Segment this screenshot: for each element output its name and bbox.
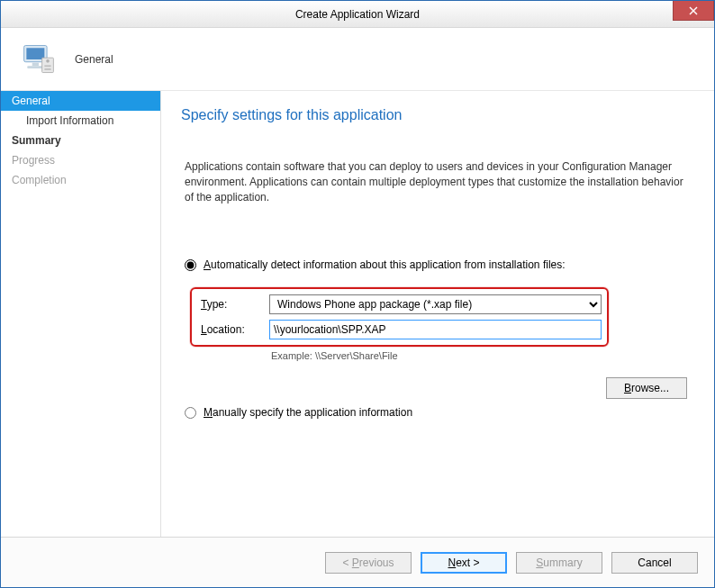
auto-detect-radio[interactable] [185, 259, 196, 271]
next-button[interactable]: Next > [421, 552, 507, 574]
manual-label: Manually specify the application informa… [204, 406, 412, 419]
computer-icon [21, 41, 57, 77]
type-label: Type: [197, 298, 269, 311]
svg-rect-8 [44, 65, 50, 67]
highlighted-form-box: Type: Windows Phone app package (*.xap f… [190, 287, 609, 347]
location-label: Location: [197, 323, 269, 336]
sidebar-item-progress: Progress [1, 150, 160, 170]
svg-rect-4 [32, 62, 39, 66]
auto-detect-radio-row[interactable]: Automatically detect information about t… [181, 258, 689, 271]
body: General Import Information Summary Progr… [1, 91, 714, 537]
window-title: Create Application Wizard [295, 8, 420, 21]
sidebar-item-completion: Completion [1, 170, 160, 190]
cancel-button[interactable]: Cancel [611, 552, 698, 574]
close-icon [689, 6, 698, 15]
close-button[interactable] [673, 1, 714, 21]
sidebar: General Import Information Summary Progr… [1, 91, 161, 537]
type-select[interactable]: Windows Phone app package (*.xap file) [269, 294, 602, 314]
description-text: Applications contain software that you c… [181, 159, 689, 204]
footer: < Previous Next > Summary Cancel [1, 537, 714, 587]
page-title: Specify settings for this application [181, 107, 689, 123]
sidebar-item-import-information[interactable]: Import Information [1, 111, 160, 131]
manual-radio[interactable] [185, 407, 196, 419]
header-title: General [75, 53, 113, 66]
summary-button: Summary [516, 552, 602, 574]
header-band: General [1, 28, 714, 91]
location-row: Location: [197, 320, 602, 339]
svg-point-7 [46, 59, 50, 63]
svg-rect-3 [26, 48, 44, 59]
type-row: Type: Windows Phone app package (*.xap f… [197, 294, 602, 314]
sidebar-item-summary[interactable]: Summary [1, 131, 160, 150]
previous-button: < Previous [325, 552, 412, 574]
location-input[interactable] [269, 320, 602, 339]
browse-button[interactable]: Browse... [606, 377, 687, 399]
sidebar-item-general[interactable]: General [1, 91, 160, 111]
example-text: Example: \\Server\Share\File [271, 350, 689, 361]
manual-radio-row[interactable]: Manually specify the application informa… [181, 406, 689, 419]
main-panel: Specify settings for this application Ap… [161, 91, 714, 537]
svg-rect-9 [44, 68, 50, 70]
svg-rect-5 [27, 66, 43, 68]
titlebar: Create Application Wizard [1, 1, 714, 28]
auto-detect-label: Automatically detect information about t… [204, 258, 566, 271]
wizard-window: Create Application Wizard General Genera… [0, 0, 715, 588]
